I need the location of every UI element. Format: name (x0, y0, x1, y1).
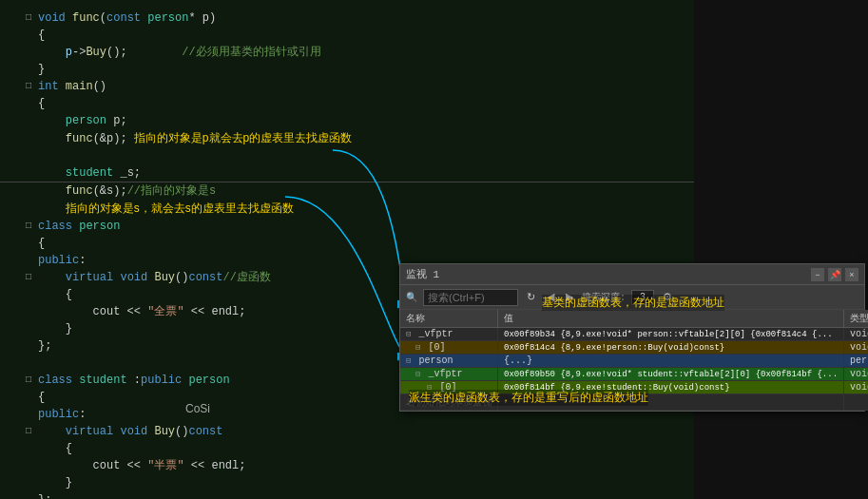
code-line-9 (0, 147, 694, 164)
debug-controls: − 📌 × (811, 268, 858, 281)
row-val-person: {...} (498, 355, 844, 368)
code-content-5: int main() (34, 78, 694, 95)
code-content-26: { (34, 440, 694, 457)
code-line-5: □ int main() (0, 78, 694, 95)
code-line-11: func(&s);//指向的对象是s (0, 182, 694, 200)
row-name-vfptr2: ⊟ _vfptr (400, 368, 498, 381)
fold-25[interactable]: □ (23, 423, 34, 440)
search-input[interactable] (423, 289, 518, 306)
row-type-0-person: void * (844, 341, 868, 355)
row-name-0-person: ⊟ [0] (400, 341, 498, 355)
code-content-27: cout << "半票" << endl; (34, 457, 694, 474)
code-line-14: { (0, 235, 694, 252)
code-line-12: 指向的对象是s，就会去s的虚表里去找虚函数 (0, 200, 694, 218)
fold-1[interactable]: □ (23, 10, 34, 27)
fold-29 (23, 491, 34, 499)
code-line-6: { (0, 95, 694, 112)
code-content-2: { (34, 27, 694, 44)
fold-11 (23, 182, 34, 200)
debug-title: 监视 1 (406, 267, 439, 281)
next-btn[interactable]: ▶ (563, 290, 576, 304)
fold-22[interactable]: □ (23, 372, 34, 389)
fold-7 (23, 112, 34, 129)
code-line-3: p->Buy(); //必须用基类的指针或引用 (0, 44, 694, 61)
code-content-12: 指向的对象是s，就会去s的虚表里去找虚函数 (34, 200, 694, 218)
debug-table: 名称 值 类型 ⊟ _vfptr 0x00f89b34 {8,9.exe!voi… (400, 310, 868, 411)
row-val-vfptr2: 0x00f89b50 {8,9.exe!void* student::vftab… (498, 368, 844, 381)
code-content-10: student _s; (34, 164, 694, 182)
table-row: ⊟ _vfptr 0x00f89b50 {8,9.exe!void* stude… (400, 368, 868, 381)
code-line-28: } (0, 474, 694, 491)
fold-16[interactable]: □ (23, 269, 34, 286)
code-content-11: func(&s);//指向的对象是s (34, 182, 694, 200)
fold-20 (23, 337, 34, 355)
row-type-vfptr2: void ** (844, 368, 868, 381)
row-val-vfptr: 0x00f89b34 {8,9.exe!void* person::vftabl… (498, 328, 844, 341)
debug-window: 监视 1 − 📌 × 🔍 ↻ ◀ ▶ 搜索深度: ⚙ 名称 值 类型 ⊟ _vf… (399, 263, 865, 412)
code-content-7: person p; (34, 112, 694, 129)
col-type: 类型 (844, 310, 868, 328)
col-name: 名称 (400, 310, 498, 328)
table-row: ⊟ person {...} person (400, 355, 868, 368)
code-line-8: func(&p); 指向的对象是p就会去p的虚表里去找虚函数 (0, 129, 694, 147)
table-row: ⊟ [0] 0x00f814c4 {8,9.exe!person::Buy(vo… (400, 341, 868, 355)
col-value: 值 (498, 310, 844, 328)
search-icon: 🔍 (406, 292, 417, 303)
code-line-13: □ class person (0, 218, 694, 235)
row-type-0-student: void * (844, 381, 868, 394)
table-row: ⊟ [0] 0x00f814bf {8,9.exe!student::Buy(v… (400, 381, 868, 394)
code-content-1: void func(const person* p) (34, 10, 694, 27)
debug-toolbar: 🔍 ↻ ◀ ▶ 搜索深度: ⚙ (400, 285, 864, 310)
code-content-3: p->Buy(); //必须用基类的指针或引用 (34, 44, 694, 61)
code-content-8: func(&p); 指向的对象是p就会去p的虚表里去找虚函数 (34, 129, 694, 147)
fold-6 (23, 95, 34, 112)
depth-input[interactable] (631, 290, 654, 305)
fold-5[interactable]: □ (23, 78, 34, 95)
row-val-more (498, 394, 844, 411)
code-content-6: { (34, 95, 694, 112)
fold-26 (23, 440, 34, 457)
debug-pin-btn[interactable]: 📌 (828, 268, 841, 281)
fold-3 (23, 44, 34, 61)
prev-btn[interactable]: ◀ (544, 290, 557, 304)
fold-12 (23, 200, 34, 217)
fold-21 (23, 355, 34, 372)
code-content-25: virtual void Buy()const (34, 423, 694, 440)
code-content-28: } (34, 474, 694, 491)
fold-18 (23, 303, 34, 320)
row-val-0-student: 0x00f814bf {8,9.exe!student::Buy(void)co… (498, 381, 844, 394)
code-line-7: person p; (0, 112, 694, 129)
code-line-2: { (0, 27, 694, 44)
fold-24 (23, 406, 34, 423)
fold-19 (23, 320, 34, 337)
code-line-27: cout << "半票" << endl; (0, 457, 694, 474)
code-line-26: { (0, 440, 694, 457)
row-val-0-person: 0x00f814c4 {8,9.exe!person::Buy(void)con… (498, 341, 844, 355)
settings-btn[interactable]: ⚙ (660, 290, 675, 304)
row-name-vfptr: ⊟ _vfptr (400, 328, 498, 341)
code-content-4: } (34, 61, 694, 78)
code-line-4: } (0, 61, 694, 78)
fold-2 (23, 27, 34, 44)
fold-23 (23, 389, 34, 406)
row-name-more: 若初始化则添加监视 (400, 394, 498, 411)
fold-13[interactable]: □ (23, 218, 34, 235)
fold-10 (23, 164, 34, 182)
fold-4 (23, 61, 34, 78)
code-content-9 (34, 147, 694, 164)
fold-14 (23, 235, 34, 252)
depth-label: 搜索深度: (582, 291, 626, 304)
fold-9 (23, 147, 34, 164)
code-content-13: class person (34, 218, 694, 235)
debug-minimize-btn[interactable]: − (811, 268, 824, 281)
code-area: □ void func(const person* p) { p->Buy();… (0, 0, 694, 499)
row-type-vfptr: void ** (844, 328, 868, 341)
table-row[interactable]: 若初始化则添加监视 (400, 394, 868, 411)
row-name-person: ⊟ person (400, 355, 498, 368)
code-line-1: □ void func(const person* p) (0, 10, 694, 27)
refresh-btn[interactable]: ↻ (524, 290, 538, 304)
code-content-29: }; (34, 491, 694, 499)
fold-28 (23, 474, 34, 491)
fold-15 (23, 252, 34, 269)
debug-close-btn[interactable]: × (845, 268, 858, 281)
